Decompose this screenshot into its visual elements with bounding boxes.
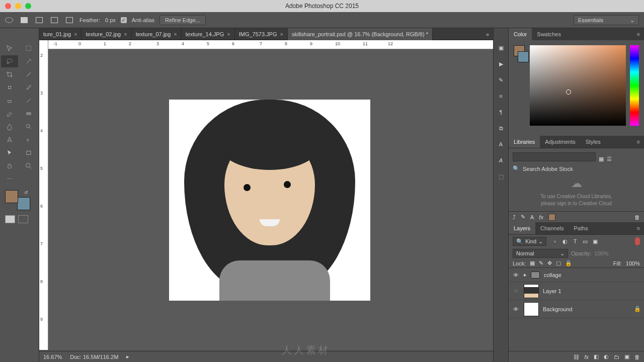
status-more-icon[interactable]: ▸ xyxy=(126,353,129,360)
selection-new-icon[interactable] xyxy=(19,15,29,25)
actions-panel-icon[interactable]: ▶ xyxy=(497,59,506,68)
grid-view-icon[interactable]: ▦ xyxy=(599,156,604,162)
eraser-tool[interactable] xyxy=(1,108,18,120)
filter-toggle[interactable] xyxy=(635,237,640,245)
canvas[interactable] xyxy=(48,49,493,350)
panel-bg-swatch[interactable] xyxy=(518,51,529,62)
document-tab[interactable]: ture_01.jpg× xyxy=(39,28,82,40)
move-tool[interactable] xyxy=(1,42,18,54)
paragraph-panel-icon[interactable]: ¶ xyxy=(497,108,506,117)
close-icon[interactable]: × xyxy=(227,31,230,37)
dodge-tool[interactable] xyxy=(20,121,37,133)
lock-pixels-icon[interactable]: ✎ xyxy=(539,260,543,266)
filter-pixel-icon[interactable]: ▫ xyxy=(551,238,558,245)
layer-fx-icon[interactable]: fx xyxy=(584,354,589,360)
eyedropper-tool[interactable] xyxy=(20,68,37,80)
search-placeholder[interactable]: Search Adobe Stock xyxy=(523,166,573,172)
brush-add-icon[interactable]: ✎ xyxy=(521,214,525,220)
brush-panel-icon[interactable]: ✎ xyxy=(497,75,506,84)
adjustments-tab[interactable]: Adjustments xyxy=(540,136,581,148)
styles-tab[interactable]: Styles xyxy=(581,136,606,148)
chevron-right-icon[interactable]: ▸ xyxy=(524,272,527,278)
ruler-vertical[interactable]: 2 3 4 5 6 7 8 9 xyxy=(39,40,48,350)
document-tab[interactable]: IMG_7573.JPG× xyxy=(235,28,288,40)
color-tab[interactable]: Color xyxy=(509,28,532,40)
fill-swatch-icon[interactable] xyxy=(548,214,555,221)
zoom-level[interactable]: 16.67% xyxy=(43,354,62,360)
panel-menu-icon[interactable]: ≡ xyxy=(633,139,644,145)
paths-tab[interactable]: Paths xyxy=(569,222,593,234)
magic-wand-tool[interactable] xyxy=(20,55,37,67)
lock-transparency-icon[interactable]: ▦ xyxy=(530,260,535,266)
lock-all-icon[interactable]: 🔒 xyxy=(565,260,572,266)
library-dropdown[interactable] xyxy=(513,152,596,161)
adjustment-layer-icon[interactable]: ◐ xyxy=(604,353,609,360)
trash-icon[interactable]: 🗑 xyxy=(634,214,640,220)
visibility-toggle[interactable]: 👁 xyxy=(512,288,520,294)
close-icon[interactable]: × xyxy=(74,31,77,37)
close-icon[interactable]: × xyxy=(174,31,177,37)
workspace-switcher[interactable]: Essentials ⌄ xyxy=(574,15,639,25)
visibility-toggle[interactable]: 👁 xyxy=(512,306,520,312)
hue-slider[interactable] xyxy=(630,45,639,126)
lasso-tool[interactable] xyxy=(1,55,18,67)
layer-group[interactable]: 👁 ▸ collage xyxy=(509,268,644,282)
clone-stamp-tool[interactable] xyxy=(1,95,18,107)
gradient-tool[interactable] xyxy=(20,108,37,120)
brush-presets-icon[interactable]: ≡ xyxy=(497,92,506,101)
active-tool-icon[interactable] xyxy=(4,15,14,25)
document-tab[interactable]: texture_07.jpg× xyxy=(132,28,182,40)
spot-heal-tool[interactable] xyxy=(1,81,18,94)
feather-value[interactable]: 0 px xyxy=(105,17,116,23)
more-tools[interactable]: ⋯ xyxy=(1,173,18,185)
filter-smart-icon[interactable]: ▣ xyxy=(592,238,599,245)
color-swatches[interactable]: ↺ xyxy=(5,190,30,210)
standard-mode-icon[interactable] xyxy=(5,215,15,223)
libraries-tab[interactable]: Libraries xyxy=(509,136,540,148)
link-layers-icon[interactable]: ⛓ xyxy=(574,354,579,360)
swap-colors-icon[interactable]: ↺ xyxy=(24,190,28,195)
delete-layer-icon[interactable]: 🗑 xyxy=(634,354,640,360)
antialias-checkbox[interactable]: ✓ xyxy=(121,17,127,23)
layers-tab[interactable]: Layers xyxy=(509,222,535,234)
filter-type-icon[interactable]: T xyxy=(572,238,579,245)
fill-value[interactable]: 100% xyxy=(626,260,640,266)
crop-tool[interactable] xyxy=(1,68,18,80)
visibility-toggle[interactable]: 👁 xyxy=(512,272,520,278)
clone-source-icon[interactable]: ⧉ xyxy=(497,124,506,133)
foreground-color-swatch[interactable] xyxy=(5,190,18,203)
layer-group-icon[interactable]: 🗀 xyxy=(614,354,619,360)
type-tool[interactable]: T xyxy=(20,134,37,146)
layer-item[interactable]: 👁 Layer 1 xyxy=(509,282,644,300)
doc-size[interactable]: Doc: 16.5M/116.2M xyxy=(70,354,118,360)
color-field[interactable] xyxy=(530,45,626,126)
hand-tool[interactable] xyxy=(1,160,18,172)
lock-artboard-icon[interactable]: ▢ xyxy=(556,260,561,266)
layer-item[interactable]: 👁 Background 🔒 xyxy=(509,300,644,318)
document-tab[interactable]: texture_14.JPG× xyxy=(182,28,235,40)
history-brush-tool[interactable] xyxy=(20,95,37,107)
properties-panel-icon[interactable]: ⬚ xyxy=(497,172,506,181)
zoom-tool[interactable] xyxy=(20,160,37,172)
close-icon[interactable]: × xyxy=(280,31,283,37)
character-panel-icon[interactable]: A xyxy=(497,140,506,149)
pen-tool[interactable] xyxy=(1,134,18,146)
selection-add-icon[interactable] xyxy=(34,15,44,25)
rect-marquee-tool[interactable] xyxy=(20,42,37,54)
refine-edge-button[interactable]: Refine Edge... xyxy=(159,15,206,25)
filter-shape-icon[interactable]: ▭ xyxy=(582,238,589,245)
char-style-icon[interactable]: A xyxy=(530,214,534,220)
layer-name[interactable]: collage xyxy=(544,272,561,278)
filter-adjust-icon[interactable]: ◐ xyxy=(561,238,569,245)
panel-menu-icon[interactable]: ≡ xyxy=(633,31,644,37)
tabs-overflow-icon[interactable]: » xyxy=(482,31,493,37)
lock-position-icon[interactable]: ✥ xyxy=(547,260,552,266)
layer-thumbnail[interactable] xyxy=(524,302,539,316)
channels-tab[interactable]: Channels xyxy=(535,222,569,234)
close-icon[interactable]: × xyxy=(124,31,127,37)
history-panel-icon[interactable]: ▣ xyxy=(497,43,506,52)
layer-name[interactable]: Layer 1 xyxy=(543,288,561,294)
path-select-tool[interactable] xyxy=(1,147,18,159)
layer-name[interactable]: Background xyxy=(543,306,573,312)
selection-intersect-icon[interactable] xyxy=(64,15,74,25)
